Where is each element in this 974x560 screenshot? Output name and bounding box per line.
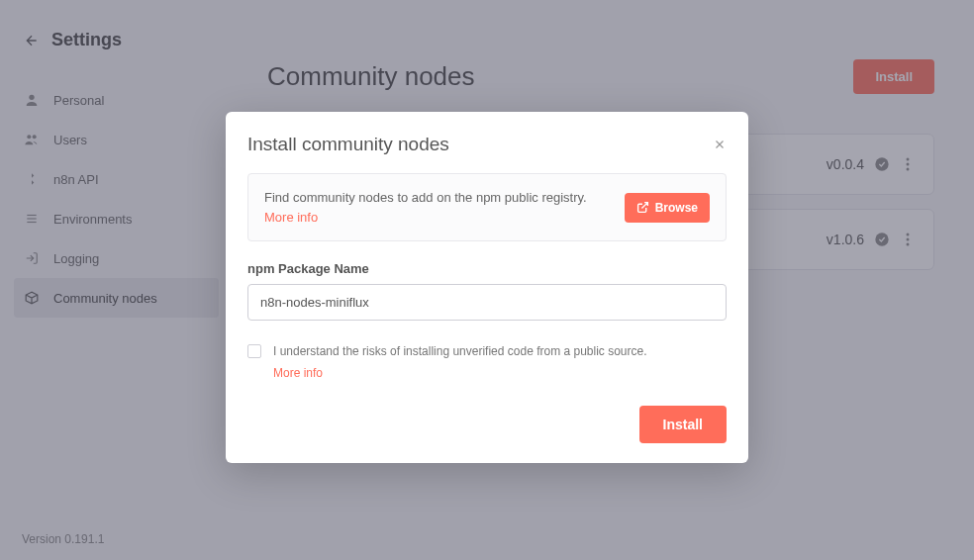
- consent-checkbox[interactable]: [247, 344, 261, 358]
- package-name-input[interactable]: [247, 284, 727, 321]
- info-text-content: Find community nodes to add on the npm p…: [264, 190, 587, 205]
- modal-title: Install community nodes: [247, 134, 449, 155]
- consent-text: I understand the risks of installing unv…: [273, 342, 647, 382]
- modal-overlay[interactable]: Install community nodes Find community n…: [0, 0, 974, 560]
- modal-header: Install community nodes: [247, 134, 727, 155]
- modal-footer: Install: [247, 406, 727, 443]
- field-label: npm Package Name: [247, 261, 727, 276]
- consent-row: I understand the risks of installing unv…: [247, 342, 727, 382]
- consent-more-info-link[interactable]: More info: [273, 364, 647, 382]
- info-box: Find community nodes to add on the npm p…: [247, 173, 727, 241]
- more-info-link[interactable]: More info: [264, 210, 318, 225]
- install-modal: Install community nodes Find community n…: [226, 112, 748, 463]
- external-link-icon: [636, 201, 649, 214]
- info-text: Find community nodes to add on the npm p…: [264, 188, 609, 227]
- consent-text-content: I understand the risks of installing unv…: [273, 344, 647, 358]
- browse-button[interactable]: Browse: [625, 193, 710, 223]
- close-icon[interactable]: [713, 138, 727, 151]
- browse-label: Browse: [655, 201, 698, 215]
- modal-install-button[interactable]: Install: [639, 406, 727, 443]
